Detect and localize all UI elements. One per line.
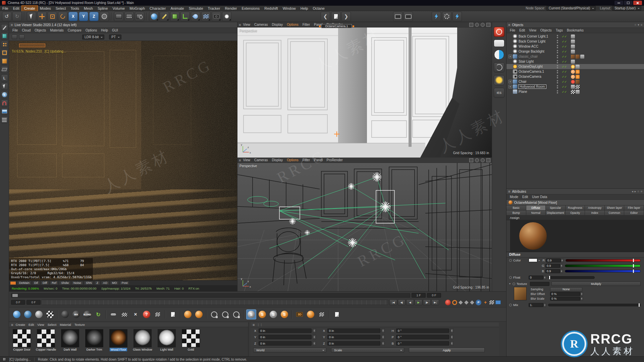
bake-material-button[interactable] [183,309,193,319]
keyframe-rotation-icon[interactable] [470,300,474,305]
rotation-stepper[interactable] [450,335,453,339]
zoom-view-icon[interactable] [475,158,479,162]
enabled-checks[interactable]: ✓✓ [562,90,567,94]
octane-glossy-material-button[interactable]: S [257,309,267,319]
viewport-menu-item[interactable]: ProRender [325,158,345,162]
snap-mode-button[interactable]: S [1,91,8,98]
texture-expand-icon[interactable]: ▾ [509,282,511,285]
enabled-checks[interactable]: ✓✓ [562,85,567,88]
visibility-dots[interactable] [557,50,558,53]
axis-mode-button[interactable]: L [1,74,8,81]
texture-mix-mode-dropdown[interactable]: Multiply [551,282,641,286]
object-tree-item[interactable]: + Hollywood Room ✓✓ [506,84,644,89]
diffuse-color-swatch[interactable] [529,258,537,262]
material-channel-tab[interactable]: Index [585,210,605,215]
sampling-dropdown[interactable]: None [550,287,582,292]
material-thumbnail[interactable] [182,329,200,347]
selection-tool-button[interactable] [27,12,36,21]
viewport-menu-item[interactable]: Options [285,158,300,162]
keyframe-selection-icon[interactable] [489,300,494,304]
texture-grid-button[interactable] [153,309,163,319]
live-viewer-menu-item[interactable]: GUI [110,28,120,32]
render-pass-button[interactable]: AO [101,281,109,285]
render-viewport[interactable]: Tri:637k Nodes:210 [C] Updating... RTX 2… [9,41,237,280]
position-field[interactable]: 0 in [259,335,312,339]
layout-dropdown[interactable]: Startup (User) [612,6,641,11]
octane-live-viewer-button[interactable] [432,12,441,21]
visibility-dots[interactable] [557,35,558,38]
material-item[interactable]: Gold [181,329,200,351]
previous-layout-button[interactable]: ❮ [321,12,330,21]
blue-stepper[interactable] [560,269,563,273]
menu-item[interactable]: Tracker [206,6,223,11]
blur-scale-field[interactable]: 0 % [550,297,580,301]
tube-preview-button[interactable] [108,309,118,319]
viewport-menu-item[interactable]: Filter [301,23,312,26]
preview-range-end-field[interactable]: 1 F [412,293,426,298]
channel-dot-icon[interactable] [513,283,515,285]
material-thumbnail[interactable] [37,329,55,347]
blur-offset-stepper[interactable] [580,292,583,296]
viewport-top-canvas[interactable]: yxz [237,27,492,158]
object-tree-item[interactable]: OctaneDayLight ✓✓ [506,64,644,69]
material-label[interactable]: Darker Trim [86,348,103,351]
position-stepper[interactable] [313,328,316,333]
rotate-view-icon[interactable] [481,23,485,27]
channel-dot-icon[interactable] [509,276,512,279]
tag-icon[interactable] [571,80,575,84]
green-stepper[interactable] [560,264,563,268]
material-label[interactable]: Wood Floor [110,348,127,351]
enabled-checks[interactable]: ✓✓ [562,35,567,38]
viewport-bottom[interactable]: ≡ ViewCamerasDisplayOptionsFilterPanelPr… [237,158,492,291]
menu-item[interactable]: Mesh [82,6,95,11]
transport-button[interactable]: ▶| [431,299,439,305]
menu-item[interactable]: Window [280,6,298,11]
size-stepper[interactable] [382,335,385,339]
material-thumbnail[interactable] [109,329,127,347]
object-name[interactable]: Back Corner Light.1 [519,35,548,38]
object-name[interactable]: Window ACC [519,45,538,48]
material-label[interactable]: Dark Wall [63,348,78,351]
next-layout-button[interactable]: ❯ [341,12,351,21]
move-tool-button[interactable] [37,12,47,21]
menu-item[interactable]: Select [53,6,68,11]
render-pass-button[interactable]: Post [119,281,129,285]
object-name[interactable]: Stair Light [519,60,534,63]
octane-clay-mode-button[interactable] [494,40,504,47]
z-axis-lock-button[interactable]: Z [89,12,99,21]
rotation-field[interactable]: 0 ° [396,341,449,346]
expand-toggle[interactable] [508,70,512,73]
current-frame-field[interactable]: 0 F [11,300,25,305]
solo-mode-icon[interactable] [495,300,501,304]
float-stepper[interactable] [543,276,546,280]
material-label[interactable]: Copper Door [12,348,32,351]
bake-all-materials-button[interactable] [194,309,204,319]
viewport-menu-item[interactable]: Options [285,23,300,26]
assign-section-header[interactable]: Assign [506,216,644,220]
material-channel-tab[interactable]: Normal [526,210,546,215]
material-label[interactable]: Light Wall [159,348,174,351]
menu-item[interactable]: Redshift [262,6,280,11]
enabled-checks[interactable]: ✓✓ [562,55,567,58]
menu-item[interactable]: Octane [310,6,327,11]
pan-view-icon[interactable] [469,23,473,27]
menu-item[interactable]: Tools [68,6,82,11]
material-channel-tab[interactable]: Common [605,210,625,215]
viewport-menu-item[interactable]: Display [270,158,285,162]
expand-toggle[interactable] [508,50,512,53]
panel-menu-icon[interactable]: ≡ [508,189,510,193]
y-axis-lock-button[interactable]: Y [79,12,88,21]
objects-menu-item[interactable]: Bookmarks [565,28,586,32]
material-item[interactable]: Wood Floor [109,329,128,351]
expand-toggle[interactable]: + [508,85,512,88]
visibility-dots[interactable] [557,55,558,58]
maximize-button[interactable] [624,1,633,5]
material-item[interactable]: Dark Wall [61,329,79,351]
tag-icon[interactable] [571,50,575,54]
material-item[interactable]: Light Wall [157,329,176,351]
model-mode-button[interactable] [1,83,8,90]
octane-live-render-button[interactable] [494,27,504,37]
render-pass-button[interactable]: Diff [41,281,49,285]
new-standard-material-button[interactable] [12,309,22,319]
polygons-mode-button[interactable] [1,58,8,65]
